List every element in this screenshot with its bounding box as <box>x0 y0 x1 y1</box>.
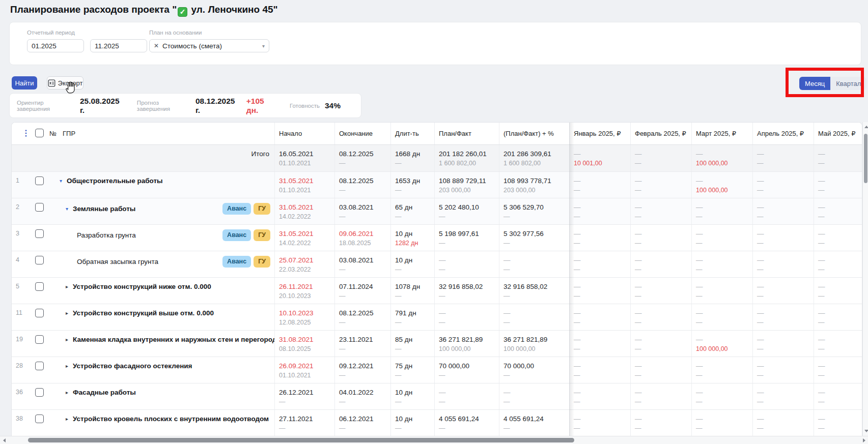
horizontal-scroll-thumb[interactable] <box>28 438 574 442</box>
cell-value: — <box>439 256 496 264</box>
target-finish-label: Ориентир завершения <box>17 100 75 112</box>
work-name: Разработка грунта <box>77 231 136 240</box>
cell-value: — <box>818 362 862 370</box>
cell-value: 70 000,00 <box>439 362 496 370</box>
cell-value: — <box>635 187 688 194</box>
collapse-caret-icon[interactable]: ▾ <box>60 176 67 185</box>
row-checkbox[interactable] <box>35 229 44 238</box>
export-button[interactable]: Экспорт <box>47 76 83 90</box>
row-checkbox[interactable] <box>35 388 44 397</box>
scroll-down-icon[interactable] <box>864 430 868 432</box>
cell-value: — <box>696 415 749 423</box>
col-header-month: Март 2025, ₽ <box>691 123 752 144</box>
cell-value: — <box>395 319 431 327</box>
plan-basis-select[interactable]: ✕ Стоимость (смета) ▾ <box>149 39 269 52</box>
badge-gu: ГУ <box>254 256 270 268</box>
cell-value: — <box>818 256 862 264</box>
cell-value: — <box>696 362 749 370</box>
cell-value: — <box>757 292 810 300</box>
cell-value: 26.12.2021 <box>279 388 331 397</box>
scroll-right-icon[interactable] <box>863 438 865 442</box>
cell-value: — <box>757 415 810 423</box>
cell-value: — <box>757 372 810 379</box>
scroll-up-icon[interactable] <box>864 126 868 128</box>
cell-value: 10 дн <box>395 415 431 423</box>
expand-caret-icon[interactable]: ▸ <box>66 388 73 397</box>
cell-value: 16.05.2021 <box>279 150 331 158</box>
filter-panel: Отчетный период План на основании ✕ Стои… <box>9 22 861 65</box>
cell-value: 18.08.2025 <box>339 240 387 247</box>
cell-value: 08.10.2025 <box>279 345 331 353</box>
cell-value: 100 000,00 <box>696 160 749 167</box>
cell-value: 23.11.2021 <box>339 335 387 344</box>
expand-caret-icon[interactable]: ▸ <box>66 362 73 370</box>
period-to-input[interactable] <box>90 39 147 52</box>
cell-value: — <box>696 213 749 221</box>
expand-caret-icon[interactable]: ▸ <box>66 282 73 291</box>
cell-value: — <box>757 256 810 264</box>
cell-value: — <box>503 213 566 221</box>
expand-caret-icon[interactable]: ▸ <box>66 309 73 317</box>
badge-avans: Аванс <box>222 256 251 268</box>
cell-value: — <box>818 388 862 397</box>
toggle-quarter[interactable]: Квартал <box>830 77 866 90</box>
cell-value: — <box>635 160 688 167</box>
expand-caret-icon[interactable]: ▸ <box>66 335 73 344</box>
table-row: 5 ▸Устройство конструкций ниже отм. 0.00… <box>12 278 862 304</box>
select-all-checkbox[interactable] <box>35 129 44 137</box>
cell-value: — <box>279 425 331 432</box>
cell-value: — <box>635 388 688 397</box>
cell-value: 22.03.2022 <box>279 266 331 274</box>
period-from-input[interactable] <box>27 39 84 52</box>
cell-value: — <box>339 292 387 300</box>
cell-value: — <box>395 160 431 167</box>
cell-value: — <box>818 240 862 247</box>
row-checkbox[interactable] <box>35 203 44 212</box>
clear-icon[interactable]: ✕ <box>154 42 159 49</box>
cell-value: 07.11.2024 <box>339 282 387 291</box>
work-name: Фасадные работы <box>73 388 136 397</box>
cell-value: — <box>574 266 627 274</box>
cell-value: — <box>574 425 627 432</box>
cell-value: 36 271 821,89 <box>503 335 566 344</box>
row-checkbox[interactable] <box>35 335 44 344</box>
row-checkbox[interactable] <box>35 309 44 317</box>
table-row: 3 Разработка грунтаАвансГУ 31.05.202114.… <box>12 225 862 251</box>
scroll-left-icon[interactable] <box>3 438 6 442</box>
cell-value: 26.11.2021 <box>279 282 331 291</box>
cell-value: — <box>574 203 627 212</box>
row-checkbox[interactable] <box>35 415 44 423</box>
row-checkbox[interactable] <box>35 282 44 291</box>
cell-value: — <box>503 292 566 300</box>
vertical-scrollbar[interactable] <box>862 122 868 436</box>
cell-value: 1282 дн <box>395 240 431 247</box>
cell-value: 12.08.2025 <box>279 319 331 327</box>
cell-value: — <box>818 335 862 344</box>
page-title: Планирование расходов проекта "✓ ул. Лен… <box>10 4 278 17</box>
column-settings-kebab-icon[interactable]: ⋮ <box>16 130 29 137</box>
horizontal-scrollbar[interactable] <box>0 436 868 444</box>
plan-basis-value: Стоимость (смета) <box>162 42 222 50</box>
cell-value: 03.08.2021 <box>339 256 387 264</box>
cell-value: — <box>635 176 688 185</box>
table-header-row: ⋮ № ГПР Начало Окончание Длит-ть План/Фа… <box>12 123 862 145</box>
readiness-label: Готовность <box>290 103 320 109</box>
collapse-caret-icon[interactable]: ▾ <box>66 204 73 213</box>
vertical-scroll-thumb[interactable] <box>864 134 867 183</box>
cell-value: 26.09.2021 <box>279 362 331 370</box>
period-label: Отчетный период <box>27 29 75 36</box>
row-checkbox[interactable] <box>35 176 44 185</box>
work-name: Устройство конструкций выше отм. 0.000 <box>73 309 214 317</box>
cell-value: — <box>339 425 387 432</box>
cell-value: — <box>635 345 688 353</box>
table-row: 36 ▸Фасадные работы 26.12.2021— 04.01.20… <box>12 383 862 410</box>
cell-value: — <box>818 319 862 327</box>
col-header-gpr: ГПР <box>59 123 274 144</box>
badge-gu: ГУ <box>254 203 270 215</box>
search-button[interactable]: Найти <box>12 76 37 90</box>
row-checkbox[interactable] <box>35 362 44 370</box>
expand-caret-icon[interactable]: ▸ <box>66 415 73 423</box>
table-row: 28 ▸Устройство фасадного остекления 26.0… <box>12 357 862 383</box>
row-checkbox[interactable] <box>35 256 44 264</box>
toggle-month[interactable]: Месяц <box>799 77 830 90</box>
